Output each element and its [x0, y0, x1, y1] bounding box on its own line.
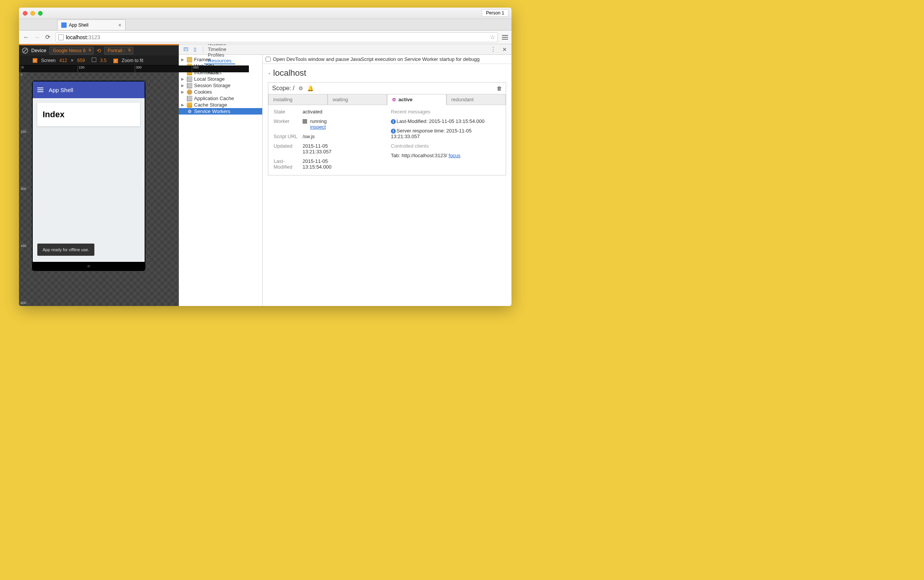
controlled-client: Tab: http://localhost:3123/ focus — [391, 153, 501, 158]
pause-on-start-row: Open DevTools window and pause JavaScrip… — [263, 55, 511, 64]
script-value: /sw.js — [303, 133, 315, 139]
tree-item-frames[interactable]: ▶Frames — [179, 56, 262, 63]
info-icon: i — [391, 119, 396, 124]
screen-label: Screen — [41, 58, 56, 63]
phase-tab-waiting[interactable]: waiting — [328, 94, 387, 105]
close-window-button[interactable] — [23, 11, 27, 16]
tab-favicon — [61, 23, 67, 28]
device-label: Device — [31, 48, 46, 53]
ruler-horizontal: 0 150 300 450 — [19, 66, 249, 72]
state-value: activated — [303, 109, 322, 115]
scope-header: Scope: / ⚙ 🔔 🗑 — [268, 82, 506, 94]
zoom-label: Zoom to fit — [122, 58, 143, 63]
browser-tab[interactable]: App Shell × — [57, 20, 125, 30]
screen-width[interactable]: 412 — [59, 58, 67, 63]
no-entry-icon[interactable] — [22, 48, 28, 54]
window-titlebar: Person 1 — [19, 8, 511, 19]
scope-container: Scope: / ⚙ 🔔 🗑 installingwaiting⚙activer… — [268, 82, 506, 175]
state-label: State — [273, 109, 298, 115]
device-select[interactable]: Google Nexus 6 — [49, 47, 94, 54]
address-bar[interactable]: localhost:3123 ☆ — [56, 32, 498, 42]
stop-worker-button[interactable] — [303, 119, 307, 124]
screen-height[interactable]: 659 — [77, 58, 85, 63]
device-mode-panel: Device Google Nexus 6 ⟲ Portrait - ✓ Scr… — [19, 44, 179, 306]
focus-link[interactable]: focus — [449, 153, 461, 158]
screen-checkbox[interactable]: ✓ — [33, 58, 37, 63]
device-screen-bar: ✓ Screen 412 × 659 3.5 ✓ Zoom to fit — [19, 56, 178, 66]
orientation-select[interactable]: Portrait - — [104, 47, 133, 54]
minimize-window-button[interactable] — [30, 11, 35, 16]
phase-tab-redundant[interactable]: redundant — [446, 94, 506, 105]
close-tab-icon[interactable]: × — [119, 22, 122, 28]
recent-message: iServer response time: 2015-11-05 13:21:… — [391, 128, 501, 139]
chrome-menu-icon[interactable] — [501, 33, 509, 41]
phase-tab-installing[interactable]: installing — [268, 94, 328, 105]
device-viewport: 0 150 300 450 600 750 0 150 300 450 — [19, 66, 178, 306]
hamburger-icon[interactable] — [37, 87, 43, 92]
pause-on-start-label: Open DevTools window and pause JavaScrip… — [273, 56, 479, 62]
tab-bar: App Shell × — [19, 19, 511, 30]
times-sign: × — [71, 58, 73, 63]
inspect-link[interactable]: inspect — [310, 124, 326, 130]
bookmark-star-icon[interactable]: ☆ — [490, 33, 495, 41]
content-area: Device Google Nexus 6 ⟲ Portrait - ✓ Scr… — [19, 44, 511, 306]
browser-window: Person 1 App Shell × ← → ⟳ localhost:312… — [19, 8, 511, 306]
inspect-icon[interactable]: ⮹ — [181, 46, 191, 52]
gear-icon[interactable]: ⚙ — [298, 85, 303, 91]
recent-message: iLast-Modified: 2015-11-05 13:15:54.000 — [391, 119, 501, 124]
worker-status: running — [310, 119, 326, 124]
lastmod-value: 2015-11-0513:15:54.000 — [303, 158, 331, 170]
device-softkeys: ≡ — [33, 262, 145, 270]
back-button[interactable]: ← — [21, 32, 31, 42]
url-text: localhost:3123 — [66, 34, 100, 40]
app-header: App Shell — [33, 81, 145, 98]
origin-heading: localhost — [263, 64, 511, 82]
info-icon: i — [391, 129, 396, 133]
sw-details: Stateactivated Worker running inspect Sc… — [268, 105, 506, 175]
devtools-tabbar: ⮹ ▯ ElementsConsoleSourcesNetworkTimelin… — [179, 44, 511, 55]
device-screen[interactable]: App Shell Index App ready for offline us… — [33, 81, 145, 262]
card-heading: Index — [43, 110, 135, 120]
app-title: App Shell — [49, 87, 73, 93]
phase-tab-active[interactable]: ⚙active — [387, 94, 446, 105]
recent-messages-head: Recent messages — [391, 109, 501, 115]
bell-icon[interactable]: 🔔 — [307, 85, 314, 91]
resources-main: Open DevTools window and pause JavaScrip… — [263, 55, 511, 306]
content-card: Index — [37, 103, 140, 126]
device-frame: App Shell Index App ready for offline us… — [32, 81, 145, 271]
nav-toolbar: ← → ⟳ localhost:3123 ☆ — [19, 30, 511, 44]
tab-title: App Shell — [69, 23, 88, 28]
devtools-menu-icon[interactable]: ⋮ — [487, 46, 499, 53]
device-top-bar: Device Google Nexus 6 ⟲ Portrait - — [19, 44, 178, 56]
script-label: Script URL — [273, 133, 298, 139]
lastmod-label: Last-Modified — [273, 158, 298, 170]
dpr-icon — [92, 58, 96, 62]
devtools-tab-timeline[interactable]: Timeline — [204, 46, 235, 52]
scrollbar-hint[interactable] — [142, 171, 144, 187]
reload-button[interactable]: ⟳ — [43, 32, 53, 42]
pause-on-start-checkbox[interactable] — [266, 57, 270, 62]
forward-button[interactable]: → — [32, 32, 42, 42]
trash-icon[interactable]: 🗑 — [497, 85, 502, 91]
zoom-checkbox[interactable]: ✓ — [114, 59, 118, 63]
maximize-window-button[interactable] — [38, 11, 43, 16]
rotate-icon[interactable]: ⟲ — [97, 48, 101, 54]
device-toggle-icon[interactable]: ▯ — [191, 46, 199, 52]
worker-label: Worker — [273, 119, 298, 130]
dpr-value[interactable]: 3.5 — [100, 58, 107, 63]
page-icon — [58, 34, 64, 40]
updated-label: Updated — [273, 143, 298, 155]
traffic-lights — [23, 11, 43, 16]
scope-label: Scope: / — [272, 85, 295, 92]
phase-tabs: installingwaiting⚙activeredundant — [268, 94, 506, 105]
updated-value: 2015-11-0513:21:33.057 — [303, 143, 331, 155]
devtools-close-icon[interactable]: ✕ — [500, 46, 509, 53]
toast-message: App ready for offline use. — [37, 244, 94, 256]
profile-button[interactable]: Person 1 — [482, 9, 509, 17]
controlled-clients-head: Controlled clients — [391, 143, 501, 149]
